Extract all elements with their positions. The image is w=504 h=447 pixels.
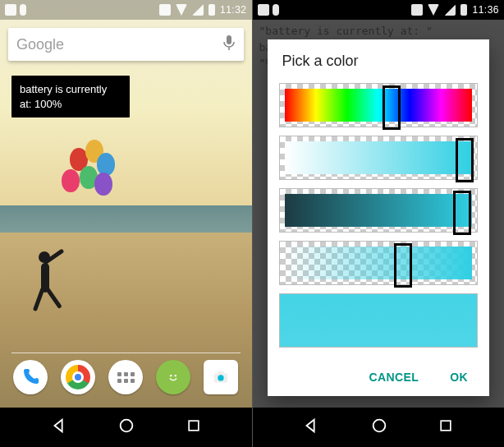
value-thumb[interactable] (453, 191, 471, 235)
svg-point-7 (121, 420, 133, 432)
app-chrome[interactable] (61, 360, 95, 394)
app-messaging[interactable] (156, 360, 190, 394)
value-slider[interactable] (279, 188, 479, 233)
nav-home[interactable] (370, 417, 388, 438)
notification-icon (258, 4, 269, 16)
status-bar: 11:36 (253, 0, 505, 20)
hue-slider[interactable] (279, 83, 479, 127)
alpha-gradient (285, 247, 473, 279)
phone-icon (21, 367, 40, 387)
app-camera[interactable] (204, 360, 238, 394)
grid-icon (117, 372, 135, 383)
status-bar: 11:32 (0, 0, 252, 20)
nav-home[interactable] (117, 417, 135, 438)
hue-gradient (285, 89, 473, 122)
signal-icon (444, 4, 456, 16)
svg-rect-6 (218, 371, 224, 375)
nav-bar (253, 408, 505, 447)
svg-point-1 (166, 370, 181, 385)
vibrate-icon (411, 4, 423, 16)
usb-icon (273, 4, 279, 16)
phone-colorpicker: 11:36 "battery is currently at: " batter… (252, 0, 505, 447)
camera-icon (212, 368, 230, 386)
nav-recents[interactable] (438, 417, 454, 437)
dock (0, 353, 252, 401)
battery-icon (460, 4, 467, 16)
status-clock: 11:36 (472, 4, 499, 16)
dialog-actions: CANCEL OK (268, 362, 490, 396)
nav-back[interactable] (50, 417, 68, 438)
svg-point-3 (175, 375, 176, 376)
status-clock: 11:32 (220, 4, 247, 16)
phone-homescreen: 11:32 Google battery is currently at: 10… (0, 0, 252, 447)
svg-rect-10 (442, 421, 451, 431)
alpha-slider[interactable] (279, 241, 479, 285)
nav-recents[interactable] (186, 417, 202, 437)
app-phone[interactable] (13, 360, 48, 394)
color-preview (279, 293, 479, 348)
saturation-slider[interactable] (279, 136, 479, 180)
value-gradient (285, 194, 473, 227)
alpha-thumb[interactable] (394, 243, 412, 288)
svg-point-2 (170, 375, 172, 376)
svg-point-5 (218, 375, 224, 380)
svg-point-9 (373, 420, 385, 432)
google-logo-text: Google (16, 36, 64, 53)
cancel-button[interactable]: CANCEL (364, 370, 424, 385)
nav-bar (0, 408, 252, 447)
dialog-title: Pick a color (268, 39, 490, 78)
vibrate-icon (159, 4, 171, 16)
svg-rect-8 (189, 421, 199, 431)
battery-widget-text: battery is currently at: 100% (20, 83, 107, 110)
wifi-icon (428, 4, 439, 16)
hue-thumb[interactable] (383, 85, 401, 130)
google-search-bar[interactable]: Google (8, 28, 244, 61)
wifi-icon (176, 4, 187, 16)
notification-icon (5, 4, 16, 16)
nav-back[interactable] (302, 417, 320, 438)
ok-button[interactable]: OK (445, 370, 473, 385)
color-picker-dialog: Pick a color (268, 39, 490, 396)
battery-icon (208, 4, 215, 16)
mic-icon[interactable] (222, 35, 236, 54)
saturation-gradient (285, 141, 473, 174)
smiley-icon (164, 368, 182, 386)
slider-area (268, 78, 490, 362)
app-drawer[interactable] (108, 360, 143, 394)
saturation-thumb[interactable] (456, 138, 474, 182)
usb-icon (20, 4, 26, 16)
svg-rect-0 (227, 35, 231, 44)
signal-icon (192, 4, 204, 16)
battery-widget[interactable]: battery is currently at: 100% (11, 76, 130, 118)
